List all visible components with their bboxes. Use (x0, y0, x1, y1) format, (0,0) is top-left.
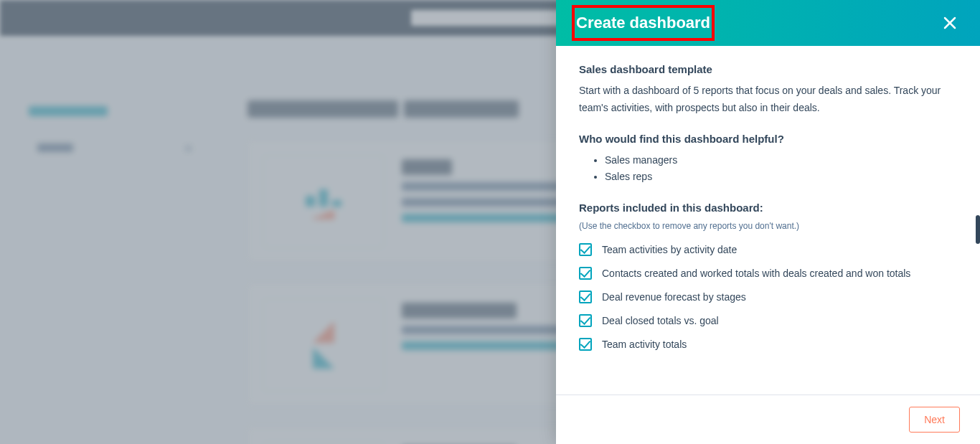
report-checkbox[interactable] (579, 267, 592, 280)
report-row: Contacts created and worked totals with … (579, 266, 957, 281)
create-dashboard-panel: Create dashboard Sales dashboard templat… (556, 0, 980, 444)
report-label: Contacts created and worked totals with … (602, 266, 910, 281)
report-label: Deal revenue forecast by stages (602, 290, 746, 305)
roles-list: Sales managers Sales reps (605, 152, 957, 186)
next-button[interactable]: Next (909, 407, 960, 433)
report-checkbox[interactable] (579, 243, 592, 256)
report-checkbox[interactable] (579, 338, 592, 351)
list-item: Sales reps (605, 169, 957, 186)
reports-heading: Reports included in this dashboard: (579, 202, 957, 214)
report-row: Team activity totals (579, 337, 957, 352)
report-label: Deal closed totals vs. goal (602, 313, 719, 329)
report-label: Team activity totals (602, 337, 687, 352)
page-scroll-indicator (976, 215, 980, 244)
panel-footer: Next (556, 395, 980, 444)
close-icon[interactable] (940, 13, 960, 33)
helpful-heading: Who would find this dashboard helpful? (579, 133, 957, 145)
panel-body[interactable]: Sales dashboard template Start with a da… (556, 46, 980, 395)
report-label: Team activities by activity date (602, 242, 737, 258)
reports-hint: (Use the checkbox to remove any reports … (579, 221, 957, 231)
report-checkbox[interactable] (579, 314, 592, 327)
report-row: Deal revenue forecast by stages (579, 290, 957, 305)
report-row: Team activities by activity date (579, 242, 957, 258)
template-description: Start with a dashboard of 5 reports that… (579, 82, 957, 117)
panel-title: Create dashboard (576, 14, 710, 32)
panel-header: Create dashboard (556, 0, 980, 46)
report-checkbox[interactable] (579, 291, 592, 303)
template-heading: Sales dashboard template (579, 63, 957, 75)
report-row: Deal closed totals vs. goal (579, 313, 957, 329)
list-item: Sales managers (605, 152, 957, 169)
